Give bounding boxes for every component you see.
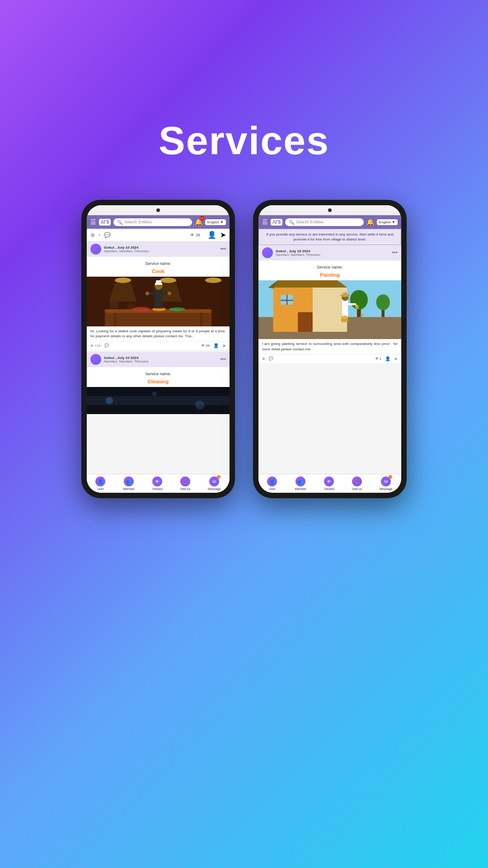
share-icon-painting[interactable]: ➤ <box>394 356 398 361</box>
phone-left-screen: ☰ ΛΓ8 🔍 Search Entities 🔔 86 English ▼ ⊕ <box>87 205 230 493</box>
action-bar-left: ⊕ 1 💬 👁 38 👤 ➤ <box>87 229 230 241</box>
hamburger-icon-right[interactable]: ☰ <box>262 218 268 226</box>
service-title-painting: Service name: Painting <box>258 260 401 280</box>
location-painting: Nannilam, Nannilam, Thiruvarur, <box>276 253 389 256</box>
language-button-right[interactable]: English ▼ <box>377 219 398 225</box>
service-title-cook: Service name: Cook <box>87 257 230 277</box>
location-cook: Nannilam, Nannilam, Thiruvarur, <box>104 250 217 253</box>
nav-message-left[interactable]: ✉ 0 Message <box>208 476 221 491</box>
nav-viewed-icon-right: 👁 <box>324 476 334 486</box>
chat-icon-left[interactable]: 💬 <box>104 232 111 238</box>
language-button-left[interactable]: English ▼ <box>205 219 226 225</box>
profile-icon-left[interactable]: 👤 <box>207 231 216 239</box>
nav-user-icon-right: 👤 <box>267 476 277 486</box>
nav-user-icon-left: 👤 <box>95 476 105 486</box>
svg-point-27 <box>195 401 204 410</box>
bell-container-left[interactable]: 🔔 86 <box>195 218 202 226</box>
nav-message-icon-right: ✉ 0 <box>381 476 391 486</box>
phone-left-topbar <box>87 205 230 215</box>
bell-container-right[interactable]: 🔔 <box>366 218 374 226</box>
svg-rect-32 <box>298 312 313 332</box>
phone-left: ☰ ΛΓ8 🔍 Search Entities 🔔 86 English ▼ ⊕ <box>81 200 235 498</box>
search-bar-right[interactable]: 🔍 Search Entities <box>285 218 364 226</box>
app-header-left: ☰ ΛΓ8 🔍 Search Entities 🔔 86 English ▼ <box>87 215 230 229</box>
nav-member-left[interactable]: 👥 Member <box>123 476 135 491</box>
service-name-cleaning: Cleaning <box>148 379 169 384</box>
avatar-cleaning <box>90 354 101 365</box>
svg-point-1 <box>115 278 131 283</box>
post-card-cook: Gokul , July 10 2024 Nannilam, Nannilam,… <box>87 241 230 350</box>
bell-icon-right: 🔔 <box>366 218 374 226</box>
svg-point-12 <box>169 307 185 311</box>
nav-visitus-icon-right: 📍 <box>352 476 362 486</box>
svg-rect-16 <box>155 283 162 285</box>
svg-rect-45 <box>343 292 347 297</box>
svg-point-51 <box>355 306 359 310</box>
feed-left: Gokul , July 10 2024 Nannilam, Nannilam,… <box>87 241 230 474</box>
nav-message-icon-left: ✉ 0 <box>209 476 219 486</box>
svg-point-52 <box>361 313 364 316</box>
like-action-painting[interactable]: ⊕ <box>262 357 265 361</box>
nav-viewed-left[interactable]: 👁 Viewed <box>152 476 163 491</box>
bell-badge-left: 86 <box>200 216 204 221</box>
nav-visitus-left[interactable]: 📍 Visit us <box>180 476 190 491</box>
nav-member-right[interactable]: 👥 Member <box>295 476 306 491</box>
add-count-left: 1 <box>99 233 100 237</box>
nav-viewed-right[interactable]: 👁 Viewed <box>324 476 334 491</box>
svg-rect-35 <box>281 300 293 301</box>
search-bar-left[interactable]: 🔍 Search Entities <box>113 218 192 226</box>
nav-member-icon-left: 👥 <box>124 476 134 486</box>
nav-user-left[interactable]: 👤 User <box>95 476 105 491</box>
cleaning-image <box>87 387 230 414</box>
logo-left[interactable]: ΛΓ8 <box>99 219 111 226</box>
location-cleaning: Nannilam, Nannilam, Thiruvarur, <box>104 360 217 363</box>
svg-rect-13 <box>155 288 163 308</box>
service-name-painting: Painting <box>320 272 339 278</box>
svg-point-20 <box>168 292 171 295</box>
bottom-nav-left: 👤 User 👥 Member 👁 Viewed 📍 Visit us <box>87 474 230 493</box>
svg-point-26 <box>152 392 157 396</box>
avatar-cook <box>90 244 101 255</box>
svg-point-25 <box>106 397 113 404</box>
comment-action-cook[interactable]: 💬 <box>104 344 109 348</box>
search-icon-left: 🔍 <box>117 220 122 225</box>
like-action-cook[interactable]: ⊕ +14 <box>90 344 101 348</box>
app-header-right: ☰ ΛΓ8 🔍 Search Entities 🔔 English ▼ <box>258 215 401 229</box>
post-header-painting: Gokul , July 18 2024 Nannilam, Nannilam,… <box>258 245 401 260</box>
views-count-left: 👁 38 <box>190 233 200 237</box>
comment-action-painting[interactable]: 💬 <box>269 357 273 361</box>
share-icon-cook[interactable]: ➤ <box>222 343 226 348</box>
service-title-cleaning: Service name: Cleaning <box>87 367 230 387</box>
avatar-painting <box>262 247 273 258</box>
username-cook: Gokul , July 10 2024 <box>104 245 217 250</box>
post-header-cleaning: Gokul , July 10 2024 Nannilam, Nannilam,… <box>87 352 230 367</box>
post-footer-painting: ⊕ 💬 👁 1 👤 ➤ <box>258 354 401 363</box>
phones-container: ☰ ΛΓ8 🔍 Search Entities 🔔 86 English ▼ ⊕ <box>81 200 407 498</box>
post-card-painting: Gokul , July 18 2024 Nannilam, Nannilam,… <box>258 245 401 363</box>
nav-user-right[interactable]: 👤 User <box>267 476 277 491</box>
promo-banner: If you provide any service or are intere… <box>258 229 401 245</box>
svg-rect-22 <box>127 304 134 309</box>
user-info-cook: Gokul , July 10 2024 Nannilam, Nannilam,… <box>104 245 217 253</box>
phone-right: ☰ ΛΓ8 🔍 Search Entities 🔔 English ▼ If y… <box>253 200 407 498</box>
more-dots-painting[interactable]: ••• <box>392 250 398 256</box>
post-card-cleaning: Gokul , July 10 2024 Nannilam, Nannilam,… <box>87 352 230 414</box>
views-painting: 👁 1 <box>375 357 381 361</box>
add-icon-left[interactable]: ⊕ <box>90 232 95 238</box>
phone-right-screen: ☰ ΛΓ8 🔍 Search Entities 🔔 English ▼ If y… <box>258 205 401 493</box>
hamburger-icon[interactable]: ☰ <box>90 218 96 226</box>
logo-right[interactable]: ΛΓ8 <box>271 219 282 226</box>
nav-message-right[interactable]: ✉ 0 Message <box>380 476 392 491</box>
svg-rect-8 <box>114 313 117 326</box>
nav-visitus-right[interactable]: 📍 Visit us <box>352 476 362 491</box>
nav-member-icon-right: 👥 <box>296 476 305 486</box>
more-dots-cleaning[interactable]: ••• <box>220 356 226 363</box>
share-icon-left[interactable]: ➤ <box>220 231 226 239</box>
cook-image <box>87 277 230 326</box>
profile-icon-cook[interactable]: 👤 <box>213 343 219 348</box>
svg-point-10 <box>132 307 150 311</box>
profile-icon-painting[interactable]: 👤 <box>385 356 390 361</box>
svg-point-41 <box>376 295 390 311</box>
more-dots-cook[interactable]: ••• <box>220 246 226 252</box>
svg-marker-36 <box>268 280 347 288</box>
